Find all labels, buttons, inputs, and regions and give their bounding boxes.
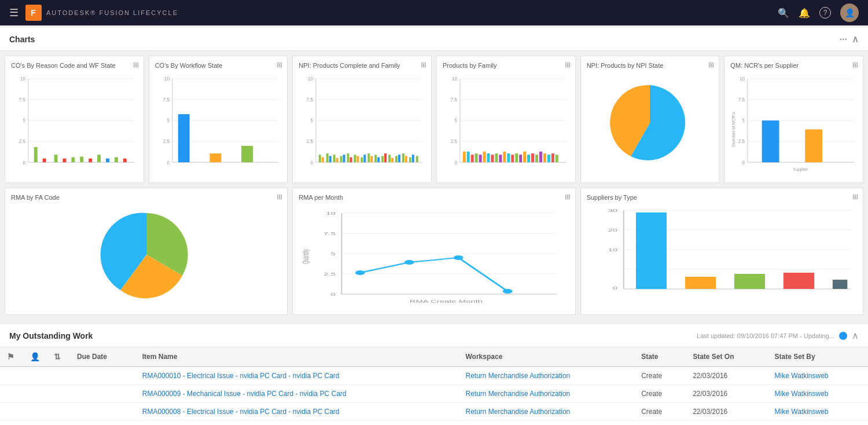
svg-rect-55 <box>336 158 339 163</box>
cell-user-3 <box>23 421 47 426</box>
chart-expand-npi-state[interactable]: ⊞ <box>708 61 714 69</box>
th-user: 👤 <box>23 347 47 367</box>
chart-expand-co-reason[interactable]: ⊞ <box>133 61 139 69</box>
table-header-row: ⚑ 👤 ⇅ Due Date <box>0 347 868 367</box>
help-icon[interactable]: ? <box>819 7 831 19</box>
search-icon[interactable]: 🔍 <box>778 8 789 19</box>
chart-title-npi-state: NPI: Products by NPI State <box>587 62 713 69</box>
svg-text:2.5: 2.5 <box>451 138 457 144</box>
svg-text:10: 10 <box>608 247 617 252</box>
outstanding-meta: Last updated: 09/10/2016 07:47 PM - Upda… <box>697 330 859 341</box>
svg-rect-97 <box>487 153 490 162</box>
menu-icon[interactable]: ☰ <box>9 6 19 19</box>
charts-collapse-icon[interactable]: ∧ <box>852 34 859 45</box>
workspace-link-1[interactable]: Return Merchandise Authorization <box>466 390 571 398</box>
svg-rect-70 <box>388 155 391 162</box>
svg-rect-61 <box>357 156 359 162</box>
chart-expand-suppliers[interactable]: ⊞ <box>852 193 858 201</box>
th-due-date[interactable]: Due Date <box>70 347 135 367</box>
outstanding-table-container: ⚑ 👤 ⇅ Due Date <box>0 347 868 425</box>
workspace-link-0[interactable]: Return Merchandise Authorization <box>466 372 571 380</box>
svg-text:0: 0 <box>454 159 457 165</box>
svg-rect-129 <box>806 129 823 162</box>
svg-rect-60 <box>354 155 356 162</box>
chart-expand-rma-fa[interactable]: ⊞ <box>277 193 282 201</box>
svg-text:5: 5 <box>311 118 314 123</box>
bell-icon[interactable]: 🔔 <box>799 8 810 19</box>
cell-sort-2 <box>47 403 70 421</box>
svg-text:5: 5 <box>742 118 745 123</box>
th-sort: ⇅ <box>47 347 70 367</box>
th-state-set-on[interactable]: State Set On <box>686 347 767 367</box>
svg-rect-101 <box>503 152 506 163</box>
user-link-0[interactable]: Mike Watkinsweb <box>775 372 829 380</box>
chart-area-co-reason: 10 7.5 5 2.5 0 <box>11 72 138 174</box>
svg-rect-105 <box>519 155 522 162</box>
user-link-1[interactable]: Mike Watkinsweb <box>775 390 829 398</box>
svg-rect-16 <box>71 157 75 163</box>
cell-state-set-on-0: 22/03/2016 <box>686 367 767 385</box>
table-row: RMA000009 - Mechanical Issue - nvidia PC… <box>0 385 868 403</box>
svg-rect-63 <box>364 155 366 162</box>
svg-text:0: 0 <box>612 285 617 290</box>
refresh-indicator[interactable] <box>839 332 847 340</box>
svg-rect-102 <box>507 153 510 162</box>
svg-rect-37 <box>241 146 253 162</box>
cell-sort-1 <box>47 385 70 403</box>
svg-rect-14 <box>54 155 58 162</box>
svg-text:2.5: 2.5 <box>323 272 336 276</box>
svg-text:Number of NCR's: Number of NCR's <box>731 112 737 146</box>
chart-expand-products-family[interactable]: ⊞ <box>565 61 571 69</box>
th-state[interactable]: State <box>634 347 686 367</box>
flag-header-icon[interactable]: ⚑ <box>7 352 14 361</box>
item-link-2[interactable]: RMA000008 - Electrical Issue - nvidia PC… <box>142 408 340 416</box>
chart-expand-qm-ncr[interactable]: ⊞ <box>852 61 858 69</box>
svg-rect-111 <box>543 153 546 162</box>
chart-rma-fa-code: RMA by FA Code ⊞ <box>5 188 288 315</box>
svg-rect-160 <box>636 212 667 289</box>
cell-flag-3 <box>0 421 23 426</box>
svg-rect-65 <box>371 156 373 162</box>
svg-rect-113 <box>551 153 554 162</box>
svg-rect-13 <box>43 159 46 163</box>
svg-text:7.5: 7.5 <box>323 231 336 236</box>
cell-flag-2 <box>0 403 23 421</box>
th-item-name[interactable]: Item Name <box>135 347 459 367</box>
user-link-2[interactable]: Mike Watkinsweb <box>775 408 829 416</box>
cell-due-date-0 <box>70 367 135 385</box>
svg-text:0: 0 <box>742 159 745 165</box>
cell-state-set-on-1: 22/03/2016 <box>686 385 767 403</box>
svg-rect-93 <box>471 155 474 162</box>
svg-text:0: 0 <box>311 159 314 165</box>
sort-header-icon[interactable]: ⇅ <box>54 352 61 361</box>
chart-expand-rma-month[interactable]: ⊞ <box>565 193 571 201</box>
svg-text:30: 30 <box>608 208 617 212</box>
user-header-icon[interactable]: 👤 <box>30 352 40 361</box>
chart-products-by-family: Products by Family ⊞ 10 7.5 5 2.5 0 <box>436 56 576 183</box>
chart-title-npi-complete: NPI: Products Complete and Family <box>299 62 425 69</box>
app-header: ☰ F AUTODESK® FUSION LIFECYCLE 🔍 🔔 ? 👤 <box>0 0 868 25</box>
cell-flag-1 <box>0 385 23 403</box>
svg-text:7.5: 7.5 <box>307 97 313 102</box>
svg-rect-103 <box>511 155 514 162</box>
chart-title-qm-ncr: QM: NCR's per Supplier <box>730 62 857 69</box>
charts-more-icon[interactable]: ··· <box>840 34 847 45</box>
svg-rect-76 <box>409 157 411 163</box>
svg-rect-75 <box>405 156 407 162</box>
item-link-0[interactable]: RMA000010 - Electrical Issue - nvidia PC… <box>142 372 340 380</box>
chart-area-suppliers: 30 20 10 0 <box>587 204 857 306</box>
workspace-link-2[interactable]: Return Merchandise Authorization <box>466 408 571 416</box>
user-avatar[interactable]: 👤 <box>840 3 859 22</box>
chart-expand-npi-complete[interactable]: ⊞ <box>421 61 426 69</box>
th-state-set-by[interactable]: State Set By <box>768 347 868 367</box>
svg-rect-58 <box>347 153 350 162</box>
svg-rect-59 <box>350 157 352 163</box>
chart-expand-co-workflow[interactable]: ⊞ <box>277 61 282 69</box>
chart-npi-products-complete: NPI: Products Complete and Family ⊞ 10 7… <box>292 56 432 183</box>
th-workspace[interactable]: Workspace <box>459 347 635 367</box>
item-link-1[interactable]: RMA000009 - Mechanical Issue - nvidia PC… <box>142 390 347 398</box>
charts-title: Charts <box>9 35 35 44</box>
collapse-outstanding-icon[interactable]: ∧ <box>852 330 859 341</box>
charts-header-controls[interactable]: ··· ∧ <box>840 34 859 45</box>
outstanding-title: My Outstanding Work <box>9 331 93 340</box>
